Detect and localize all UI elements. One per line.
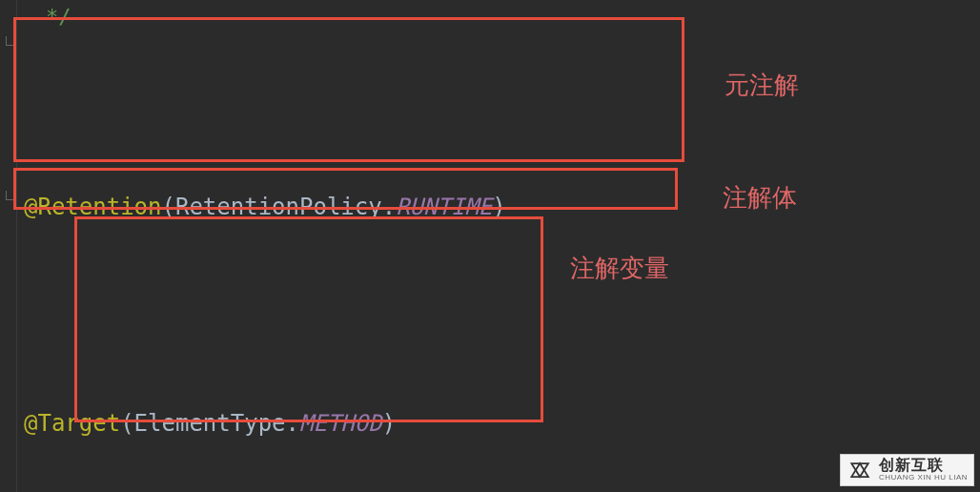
paren-open: (: [120, 403, 133, 444]
paren-open: (: [162, 187, 175, 228]
annotation-name: Target: [37, 403, 120, 444]
watermark: 创新互联 CHUANG XIN HU LIAN: [840, 454, 974, 486]
fold-marker-icon: [6, 191, 15, 200]
watermark-text-cn: 创新互联: [879, 458, 968, 474]
watermark-logo-icon: [847, 457, 873, 483]
class-ref: ElementType: [134, 403, 286, 444]
annotation-at: @: [24, 187, 37, 228]
watermark-text-en: CHUANG XIN HU LIAN: [879, 474, 968, 482]
dot: .: [382, 187, 396, 228]
paren-close: ): [382, 403, 396, 444]
label-annotation-body: 注解体: [723, 175, 797, 220]
enum-constant: RUNTIME: [396, 187, 492, 228]
label-annotation-variable: 注解变量: [570, 246, 669, 291]
editor-gutter: [0, 0, 17, 492]
code-line: @Target(ElementType.METHOD): [24, 399, 712, 450]
annotation-at: @: [24, 403, 37, 444]
dot: .: [286, 403, 299, 444]
fold-marker-icon: [6, 36, 15, 46]
class-ref: RetentionPolicy: [175, 187, 382, 228]
label-meta-annotation: 元注解: [725, 63, 799, 108]
enum-constant: METHOD: [299, 403, 382, 444]
paren-close: ): [492, 187, 505, 228]
code-line: @Retention(RetentionPolicy.RUNTIME): [24, 182, 712, 234]
annotation-name: Retention: [37, 187, 161, 228]
